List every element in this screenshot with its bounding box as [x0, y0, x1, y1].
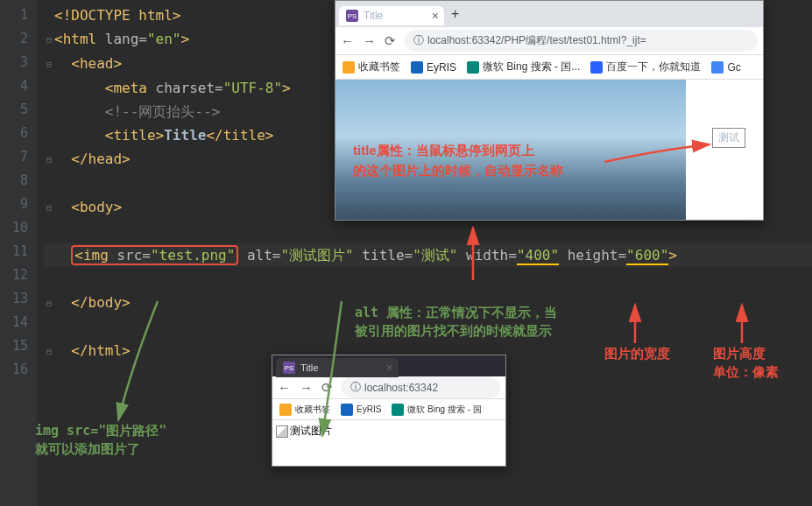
bookmark-label: 收藏书签	[358, 60, 400, 74]
browser-tabbar: PS Title × +	[335, 1, 763, 27]
bookmark-item[interactable]: Gc	[711, 61, 740, 74]
code-text: "UTF-8"	[223, 80, 282, 96]
back-icon[interactable]: ←	[278, 380, 291, 395]
code-text: lang=	[96, 31, 147, 47]
annotation-text: img src="图片路径"	[35, 422, 166, 440]
code-text: "测试"	[413, 247, 457, 264]
line-number: 7	[4, 145, 28, 169]
new-tab-button[interactable]: +	[444, 6, 466, 22]
line-gutter: 1 2 3 4 5 6 7 8 9 10 11 12 13 14 15 16	[0, 0, 37, 506]
code-text: "600"	[626, 247, 668, 265]
bookmark-item[interactable]: 百度一下，你就知道	[590, 60, 701, 74]
forward-icon[interactable]: →	[363, 33, 376, 48]
line-number: 1	[4, 4, 28, 27]
code-comment: <!--网页抬头-->	[105, 103, 220, 120]
bookmark-item[interactable]: 收藏书签	[342, 60, 400, 74]
bookmark-item[interactable]: 微软 Bing 搜索 - 国...	[467, 60, 580, 74]
bookmark-item[interactable]: 微软 Bing 搜索 - 国	[392, 404, 481, 416]
line-number: 16	[4, 358, 28, 382]
browser-toolbar: ← → ⟳ ⓘ localhost:63342	[272, 376, 505, 399]
test-image: title属性：当鼠标悬停到网页上 的这个图片上的时候，自动显示名称	[335, 80, 686, 220]
line-number: 13	[4, 287, 28, 311]
browser-content: title属性：当鼠标悬停到网页上 的这个图片上的时候，自动显示名称 测试	[335, 80, 763, 220]
annotation-text: 就可以添加图片了	[35, 440, 166, 459]
line-number: 4	[4, 74, 28, 98]
code-text: title=	[354, 247, 413, 264]
line-number: 9	[4, 193, 28, 216]
url-text: localhost:63342	[364, 382, 438, 394]
annotation-text: alt 属性：正常情况下不显示，当	[355, 304, 557, 322]
line-number: 8	[4, 169, 28, 193]
browser-content: 测试图片	[272, 420, 505, 466]
imgsrc-annotation: img src="图片路径" 就可以添加图片了	[35, 422, 166, 459]
browser-toolbar: ← → ⟳ ⓘ localhost:63342/PHP编程/test/test0…	[335, 27, 763, 55]
close-icon[interactable]: ×	[386, 361, 393, 375]
annotation-text: title属性：当鼠标悬停到网页上	[353, 141, 563, 161]
code-text: <head>	[71, 55, 122, 72]
url-bar[interactable]: ⓘ localhost:63342	[342, 376, 500, 398]
height-annotation: 图片高度 单位：像素	[713, 345, 779, 382]
code-text: <img	[74, 247, 109, 264]
bookmark-label: 微软 Bing 搜索 - 国...	[483, 60, 580, 74]
bookmark-label: 微软 Bing 搜索 - 国	[407, 404, 481, 416]
line-number: 10	[4, 216, 28, 240]
bookmark-label: EyRIS	[427, 61, 456, 74]
info-icon: ⓘ	[350, 380, 361, 395]
forward-icon[interactable]: →	[300, 380, 313, 395]
code-text: </head>	[71, 151, 130, 167]
browser-preview-normal: PS Title × + ← → ⟳ ⓘ localhost:63342/PHP…	[335, 0, 764, 221]
code-text: width=	[457, 247, 516, 264]
bookmark-label: Gc	[727, 61, 740, 74]
line-number: 6	[4, 122, 28, 145]
bookmark-item[interactable]: EyRIS	[341, 404, 381, 416]
code-text: >	[181, 31, 190, 47]
bookmark-label: 百度一下，你就知道	[606, 60, 701, 74]
code-text: </title>	[206, 127, 273, 144]
tab-title: Title	[364, 10, 383, 22]
line-number: 3	[4, 51, 28, 74]
site-icon	[711, 61, 724, 74]
code-text: </html>	[71, 342, 130, 359]
code-text: <body>	[71, 199, 122, 215]
alt-text: 测试图片	[290, 424, 332, 439]
line-number: 15	[4, 334, 28, 358]
site-icon	[411, 61, 423, 74]
reload-icon[interactable]: ⟳	[385, 33, 396, 49]
browser-tab[interactable]: PS Title ×	[339, 6, 444, 25]
code-text: Title	[164, 127, 206, 144]
highlighted-img-src: <img src="test.png"	[71, 245, 238, 265]
image-tooltip: 测试	[712, 128, 745, 148]
bookmark-label: 收藏书签	[295, 404, 330, 416]
back-icon[interactable]: ←	[341, 33, 354, 48]
width-annotation: 图片的宽度	[604, 345, 670, 363]
bookmark-item[interactable]: 收藏书签	[279, 404, 330, 416]
info-icon: ⓘ	[413, 33, 424, 48]
code-text: </body>	[71, 294, 130, 311]
reload-icon[interactable]: ⟳	[321, 380, 333, 396]
alt-attr-annotation: alt 属性：正常情况下不显示，当 被引用的图片找不到的时候就显示	[355, 304, 557, 341]
close-icon[interactable]: ×	[432, 9, 439, 23]
bookmarks-bar: 收藏书签 EyRIS 微软 Bing 搜索 - 国... 百度一下，你就知道 G…	[335, 55, 763, 80]
annotation-text: 单位：像素	[713, 363, 779, 382]
browser-preview-broken: PS Title × ← → ⟳ ⓘ localhost:63342 收藏书签 …	[272, 355, 506, 467]
title-attr-annotation: title属性：当鼠标悬停到网页上 的这个图片上的时候，自动显示名称	[353, 141, 563, 180]
code-text: >	[282, 80, 291, 96]
url-bar[interactable]: ⓘ localhost:63342/PHP编程/test/test01.html…	[405, 30, 758, 52]
code-text: charset=	[147, 80, 223, 96]
code-text: "en"	[147, 31, 181, 47]
code-text: "400"	[517, 247, 559, 265]
broken-image: 测试图片	[276, 424, 332, 439]
folder-icon	[342, 61, 355, 74]
annotation-text: 图片高度	[713, 345, 779, 363]
site-icon	[590, 61, 603, 74]
site-icon	[341, 404, 353, 416]
site-icon	[392, 404, 404, 416]
line-number: 12	[4, 264, 28, 287]
code-text: <html	[54, 31, 96, 47]
code-text: src=	[109, 247, 151, 264]
code-text: <title>	[105, 127, 164, 144]
code-text: "测试图片"	[280, 247, 353, 264]
bookmark-item[interactable]: EyRIS	[411, 61, 456, 74]
site-icon	[467, 61, 479, 74]
browser-tab[interactable]: PS Title ×	[276, 358, 399, 377]
